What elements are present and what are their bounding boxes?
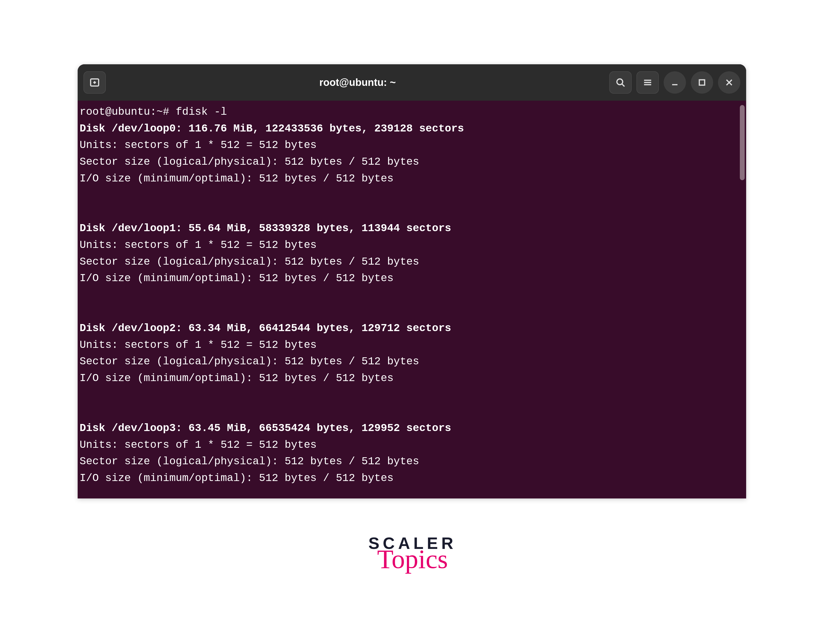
maximize-button[interactable] bbox=[691, 71, 713, 94]
disk-sector: Sector size (logical/physical): 512 byte… bbox=[80, 453, 746, 470]
svg-line-4 bbox=[622, 84, 624, 86]
disk-sector: Sector size (logical/physical): 512 byte… bbox=[80, 154, 746, 170]
new-tab-icon bbox=[89, 77, 100, 88]
disk-units: Units: sectors of 1 * 512 = 512 bytes bbox=[80, 237, 746, 253]
shell-prompt: root@ubuntu:~# bbox=[80, 106, 176, 118]
new-tab-button[interactable] bbox=[83, 71, 106, 94]
disk-units: Units: sectors of 1 * 512 = 512 bytes bbox=[80, 137, 746, 154]
svg-rect-9 bbox=[699, 80, 704, 85]
window-title: root@ubuntu: ~ bbox=[109, 77, 606, 88]
disk-io: I/O size (minimum/optimal): 512 bytes / … bbox=[80, 470, 746, 486]
disk-sector: Sector size (logical/physical): 512 byte… bbox=[80, 353, 746, 370]
titlebar[interactable]: root@ubuntu: ~ bbox=[78, 64, 746, 101]
disk-io: I/O size (minimum/optimal): 512 bytes / … bbox=[80, 170, 746, 187]
close-icon bbox=[724, 77, 734, 88]
menu-button[interactable] bbox=[637, 71, 659, 94]
minimize-icon bbox=[669, 77, 680, 88]
search-icon bbox=[615, 77, 626, 88]
disk-header: Disk /dev/loop1: 55.64 MiB, 58339328 byt… bbox=[80, 220, 746, 237]
scrollbar-thumb[interactable] bbox=[740, 105, 745, 180]
disk-io: I/O size (minimum/optimal): 512 bytes / … bbox=[80, 370, 746, 387]
disk-units: Units: sectors of 1 * 512 = 512 bytes bbox=[80, 337, 746, 354]
minimize-button[interactable] bbox=[664, 71, 686, 94]
disk-units: Units: sectors of 1 * 512 = 512 bytes bbox=[80, 437, 746, 453]
disk-io: I/O size (minimum/optimal): 512 bytes / … bbox=[80, 270, 746, 287]
close-button[interactable] bbox=[718, 71, 740, 94]
hamburger-icon bbox=[642, 77, 653, 88]
disk-header: Disk /dev/loop2: 63.34 MiB, 66412544 byt… bbox=[80, 320, 746, 337]
terminal-window: root@ubuntu: ~ bbox=[78, 64, 746, 499]
terminal-body[interactable]: root@ubuntu:~# fdisk -l Disk /dev/loop0:… bbox=[78, 101, 746, 499]
search-button[interactable] bbox=[609, 71, 632, 94]
watermark-line2: Topics bbox=[368, 546, 457, 573]
disk-header: Disk /dev/loop3: 63.45 MiB, 66535424 byt… bbox=[80, 420, 746, 437]
disk-header: Disk /dev/loop0: 116.76 MiB, 122433536 b… bbox=[80, 120, 746, 137]
maximize-icon bbox=[697, 77, 707, 88]
prompt-line: root@ubuntu:~# fdisk -l bbox=[80, 103, 746, 120]
watermark-logo: SCALER Topics bbox=[368, 534, 457, 573]
svg-point-3 bbox=[617, 79, 623, 85]
command-text: fdisk -l bbox=[176, 106, 227, 118]
disk-sector: Sector size (logical/physical): 512 byte… bbox=[80, 253, 746, 270]
